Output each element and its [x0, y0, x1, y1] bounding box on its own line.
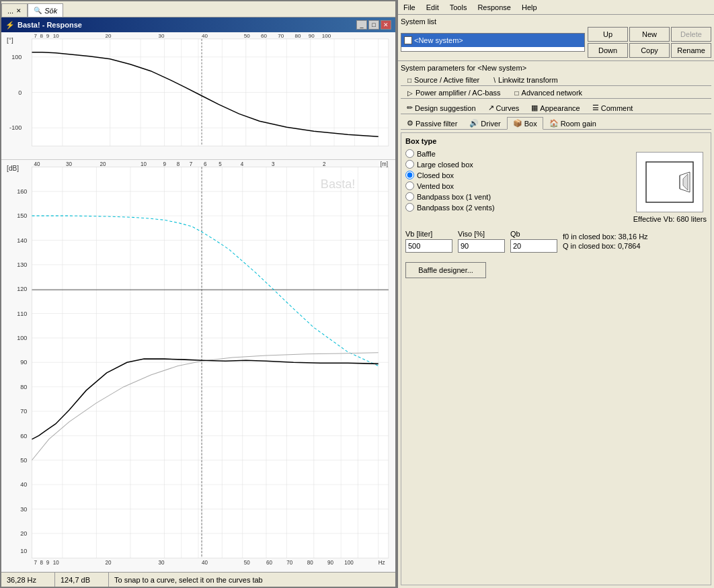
system-list-label: System list [401, 17, 711, 26]
appearance-icon: ▦ [531, 103, 538, 112]
title-bar: ⚡ Basta! - Response _ □ ✕ [1, 17, 395, 32]
svg-text:90: 90 [309, 33, 315, 39]
menu-help[interactable]: Help [516, 2, 543, 13]
tab-curves[interactable]: ↗ Curves [482, 101, 526, 114]
tab-search[interactable]: 🔍 Sök [28, 3, 63, 17]
svg-text:140: 140 [17, 237, 27, 243]
f0-section: f0 in closed box: 38,16 Hz Q in closed b… [563, 233, 648, 250]
svg-text:8: 8 [40, 33, 44, 39]
svg-text:9: 9 [46, 559, 50, 565]
menu-file[interactable]: File [398, 2, 421, 13]
delete-button[interactable]: Delete [671, 27, 711, 42]
svg-text:50: 50 [244, 33, 251, 39]
maximize-button[interactable]: □ [368, 20, 379, 30]
menu-response[interactable]: Response [472, 2, 516, 13]
radio-baffle[interactable]: Baffle [405, 149, 623, 158]
system-list-box[interactable]: <New system> [401, 33, 585, 52]
box-type-label: Box type [405, 137, 707, 145]
svg-text:70: 70 [286, 559, 292, 565]
svg-text:80: 80 [20, 384, 27, 390]
linkwitz-transform-btn[interactable]: \ Linkwitz transform [487, 75, 564, 85]
svg-text:60: 60 [261, 33, 268, 39]
effective-vb: Effective Vb: 680 liters [633, 215, 707, 223]
close-button[interactable]: ✕ [381, 20, 391, 30]
window-title: Basta! - Response [17, 21, 82, 29]
tab-room-gain[interactable]: 🏠 Room gain [543, 117, 602, 129]
svg-text:60: 60 [266, 559, 272, 565]
first-tabs-row: ✏ Design suggestion ↗ Curves ▦ Appearanc… [401, 101, 711, 114]
rename-button[interactable]: Rename [671, 43, 711, 58]
svg-text:100: 100 [322, 33, 331, 39]
svg-text:90: 90 [327, 559, 333, 565]
baffle-designer-button[interactable]: Baffle designer... [405, 262, 486, 278]
svg-text:40: 40 [34, 161, 40, 167]
box-params-inputs: Vb [liter] Viso [%] Qb f0 in closed box:… [405, 230, 707, 253]
menu-edit[interactable]: Edit [421, 2, 444, 13]
power-amplifier-btn[interactable]: ▷ Power amplifier / AC-bass [401, 87, 508, 98]
radio-bandpass-1[interactable]: Bandpass box (1 vent) [405, 192, 623, 201]
qb-input[interactable] [510, 239, 557, 253]
svg-text:2: 2 [323, 161, 326, 167]
svg-text:120: 120 [17, 286, 27, 292]
q-label: Q in closed box: 0,7864 [563, 242, 648, 250]
curves-icon: ↗ [488, 103, 494, 112]
box-content: Box type Baffle Large closed box Clos [401, 132, 711, 585]
svg-text:0: 0 [18, 89, 22, 96]
tab-dots[interactable]: ... ✕ [1, 3, 28, 17]
system-list-section: System list <New system> Up New Delete D… [398, 15, 714, 61]
params-section: System parameters for <New system> □ Sou… [398, 61, 714, 588]
box-preview [636, 152, 703, 212]
system-checkbox[interactable] [404, 36, 412, 44]
source-active-filter-btn[interactable]: □ Source / Active filter [401, 75, 486, 85]
svg-text:10: 10 [20, 548, 27, 554]
radio-closed-box[interactable]: Closed box [405, 171, 623, 179]
copy-button[interactable]: Copy [629, 43, 670, 58]
new-button[interactable]: New [629, 27, 670, 42]
right-panel: File Edit Tools Response Help System lis… [397, 0, 714, 588]
radio-bandpass-2[interactable]: Bandpass box (2 vents) [405, 203, 623, 212]
tab-comment[interactable]: ☰ Comment [586, 101, 639, 114]
bottom-chart: [dB] 160 150 140 130 120 110 100 90 80 7… [1, 160, 395, 572]
svg-text:100: 100 [11, 54, 22, 60]
viso-input[interactable] [458, 239, 505, 253]
svg-text:20: 20 [100, 161, 106, 167]
f0-label: f0 in closed box: 38,16 Hz [563, 233, 648, 241]
tab-design-suggestion[interactable]: ✏ Design suggestion [401, 101, 482, 114]
tab-appearance[interactable]: ▦ Appearance [525, 101, 586, 114]
svg-text:150: 150 [17, 212, 27, 219]
svg-text:110: 110 [17, 310, 27, 317]
advanced-network-btn[interactable]: □ Advanced network [508, 87, 590, 98]
network-icon: □ [515, 89, 519, 97]
vb-label: Vb [liter] [405, 230, 452, 238]
menu-tools[interactable]: Tools [444, 2, 473, 13]
tab-driver[interactable]: 🔊 Driver [463, 117, 506, 129]
radio-large-closed[interactable]: Large closed box [405, 160, 623, 169]
down-button[interactable]: Down [588, 43, 628, 58]
minimize-button[interactable]: _ [356, 20, 367, 30]
svg-text:30: 30 [20, 505, 27, 512]
svg-text:50: 50 [20, 457, 27, 464]
up-button[interactable]: Up [588, 27, 628, 42]
tab-box[interactable]: 📦 Box [507, 117, 543, 130]
power-icon: ▷ [407, 89, 413, 97]
close-icon[interactable]: ✕ [16, 7, 22, 14]
viso-input-group: Viso [%] [458, 230, 505, 253]
svg-text:[°]: [°] [7, 36, 13, 44]
svg-text:[m]: [m] [381, 161, 388, 167]
svg-text:Hz: Hz [379, 559, 385, 565]
right-menubar: File Edit Tools Response Help [398, 0, 714, 15]
room-icon: 🏠 [549, 119, 559, 128]
tab-passive-filter[interactable]: ⚙ Passive filter [401, 117, 463, 129]
svg-text:100: 100 [344, 559, 354, 565]
viso-label: Viso [%] [458, 230, 505, 238]
source-icon: □ [407, 77, 411, 84]
box-icon: 📦 [513, 119, 522, 128]
status-bar: 36,28 Hz 124,7 dB To snap to a curve, se… [1, 572, 395, 587]
svg-text:20: 20 [20, 530, 27, 537]
radio-vented[interactable]: Vented box [405, 181, 623, 190]
svg-text:20: 20 [106, 33, 112, 39]
system-list-selected-item[interactable]: <New system> [401, 34, 584, 47]
svg-text:100: 100 [17, 335, 27, 341]
svg-text:70: 70 [278, 33, 284, 39]
vb-input[interactable] [405, 239, 452, 253]
